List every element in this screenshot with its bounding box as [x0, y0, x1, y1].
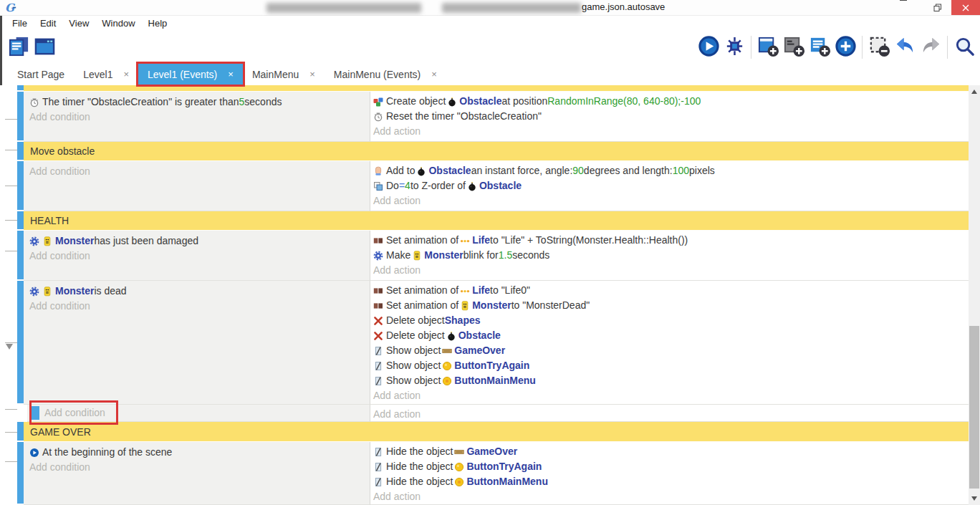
text-segment: seconds [512, 248, 549, 263]
text-segment: GameOver [466, 444, 517, 459]
monster-icon [412, 251, 422, 261]
scrollbar-thumb[interactable] [969, 326, 979, 489]
scroll-up-icon[interactable] [971, 90, 977, 94]
add-condition-button[interactable]: Add condition [29, 110, 370, 125]
add-more-button[interactable] [832, 34, 858, 60]
action-item[interactable]: Show object GameOver [373, 343, 969, 358]
animation-icon [373, 301, 383, 311]
subevent-conditions-cell[interactable]: Add condition [27, 405, 370, 422]
condition-item[interactable]: The timer "ObstacleCreation" is greater … [29, 95, 370, 110]
actions-cell[interactable]: Hide the object GameOverHide the object … [370, 442, 969, 505]
group-label: Move obstacle [24, 145, 95, 157]
condition-item[interactable]: Monster has just been damaged [29, 234, 370, 249]
add-action-button[interactable]: Add action [373, 489, 969, 504]
close-tab-icon[interactable]: × [228, 69, 234, 80]
vertical-scrollbar[interactable] [969, 85, 980, 505]
menu-window[interactable]: Window [95, 16, 141, 31]
tab-mainmenu[interactable]: MainMenu× [243, 63, 325, 85]
action-item[interactable]: Add to Obstacle an instant force, angle:… [373, 163, 969, 178]
close-tab-icon[interactable]: × [123, 69, 129, 80]
group-header[interactable]: GAME OVER [24, 422, 969, 442]
condition-item[interactable]: At the beginning of the scene [29, 445, 370, 460]
title-bar: G game.json.autosave [0, 0, 980, 16]
undo-button[interactable] [892, 34, 918, 60]
add-subevent-button[interactable] [781, 34, 807, 60]
tab-level1[interactable]: Level1× [74, 63, 138, 85]
action-item[interactable]: Show object ButtonMainMenu [373, 373, 969, 388]
actions-cell[interactable]: Set animation of Life to "Life0"Set anim… [370, 281, 969, 405]
menu-help[interactable]: Help [142, 16, 174, 31]
add-action-button[interactable]: Add action [373, 124, 969, 139]
text-segment: RandomInRange(80, 640-80);-100 [547, 94, 701, 109]
add-condition-button[interactable]: Add condition [44, 405, 105, 421]
minimize-button[interactable] [900, 0, 924, 15]
project-manager-button[interactable] [6, 34, 32, 60]
conditions-cell[interactable]: Monster is deadAdd condition [24, 281, 370, 405]
visibility-icon [373, 447, 383, 457]
open-window-button[interactable] [32, 34, 57, 60]
group-header[interactable]: HEALTH [24, 211, 969, 231]
tab-level1-events[interactable]: Level1 (Events)× [138, 63, 243, 85]
action-item[interactable]: Set animation of Life to "Life0" [373, 283, 969, 298]
restore-button[interactable] [926, 0, 950, 15]
redo-button[interactable] [918, 34, 943, 60]
text-segment: to "MonsterDead" [511, 298, 590, 313]
add-comment-button[interactable] [807, 34, 832, 60]
add-condition-button[interactable]: Add condition [29, 164, 370, 179]
search-button[interactable] [951, 34, 977, 60]
condition-item[interactable]: Monster is dead [29, 284, 370, 299]
window-title: game.json.autosave [582, 1, 665, 12]
actions-cell[interactable]: Set animation of Life to "Life" + ToStri… [370, 231, 969, 281]
close-button[interactable] [951, 0, 980, 15]
action-item[interactable]: Show object ButtonTryAgain [373, 358, 969, 373]
add-condition-button[interactable]: Add condition [29, 299, 370, 314]
group-row-partial [17, 85, 969, 92]
close-tab-icon[interactable]: × [431, 69, 437, 80]
add-action-button[interactable]: Add action [373, 407, 969, 422]
actions-cell[interactable]: Create object Obstacle at position Rando… [370, 92, 969, 142]
action-item[interactable]: Delete object Obstacle [373, 328, 969, 343]
conditions-cell[interactable]: At the beginning of the sceneAdd conditi… [24, 442, 370, 505]
group-header[interactable]: Move obstacle [24, 142, 969, 161]
add-condition-button[interactable]: Add condition [29, 460, 370, 475]
tab-mainmenu-events[interactable]: MainMenu (Events)× [325, 63, 446, 85]
add-action-button[interactable]: Add action [373, 388, 969, 403]
action-item[interactable]: Set animation of Monster to "MonsterDead… [373, 298, 969, 313]
action-item[interactable]: Create object Obstacle at position Rando… [373, 94, 969, 109]
conditions-cell[interactable]: Monster has just been damagedAdd conditi… [24, 231, 370, 281]
debug-button[interactable] [721, 34, 747, 60]
action-item[interactable]: Delete object Shapes [373, 313, 969, 328]
action-item[interactable]: Set animation of Life to "Life" + ToStri… [373, 233, 969, 248]
add-event-button[interactable] [755, 34, 781, 60]
subevent-marker [32, 406, 39, 420]
action-item[interactable]: Reset the timer "ObstacleCreation" [373, 109, 969, 124]
group-header[interactable] [24, 85, 969, 92]
delete-event-button[interactable] [866, 34, 892, 60]
actions-cell[interactable]: Add to Obstacle an instant force, angle:… [370, 161, 969, 211]
action-item[interactable]: Hide the object ButtonTryAgain [373, 459, 969, 474]
drag-handle-icon[interactable] [6, 340, 13, 352]
action-item[interactable]: Do = 4 to Z-order of Obstacle [373, 178, 969, 193]
monster-icon [42, 236, 52, 246]
subevent-indent [17, 405, 27, 422]
text-segment: Obstacle [458, 328, 501, 343]
text-segment: Hide the object [386, 459, 453, 474]
close-tab-icon[interactable]: × [309, 69, 315, 80]
action-item[interactable]: Hide the object GameOver [373, 444, 969, 459]
menu-edit[interactable]: Edit [34, 16, 62, 31]
menu-file[interactable]: File [6, 16, 34, 31]
add-action-button[interactable]: Add action [373, 193, 969, 208]
subevent-actions-cell[interactable]: Add action [370, 405, 969, 422]
group-row: HEALTH [17, 211, 969, 231]
conditions-cell[interactable]: The timer "ObstacleCreation" is greater … [24, 92, 370, 142]
conditions-cell[interactable]: Add condition [24, 161, 370, 211]
scroll-down-icon[interactable] [971, 496, 977, 501]
add-condition-button[interactable]: Add condition [29, 249, 370, 264]
menu-view[interactable]: View [62, 16, 95, 31]
preview-button[interactable] [696, 34, 721, 60]
action-item[interactable]: Hide the object ButtonMainMenu [373, 474, 969, 489]
action-item[interactable]: Make Monster blink for 1.5 seconds [373, 248, 969, 263]
tab-start-page[interactable]: Start Page [8, 63, 74, 85]
add-action-button[interactable]: Add action [373, 263, 969, 278]
text-segment: Show object [386, 373, 441, 388]
